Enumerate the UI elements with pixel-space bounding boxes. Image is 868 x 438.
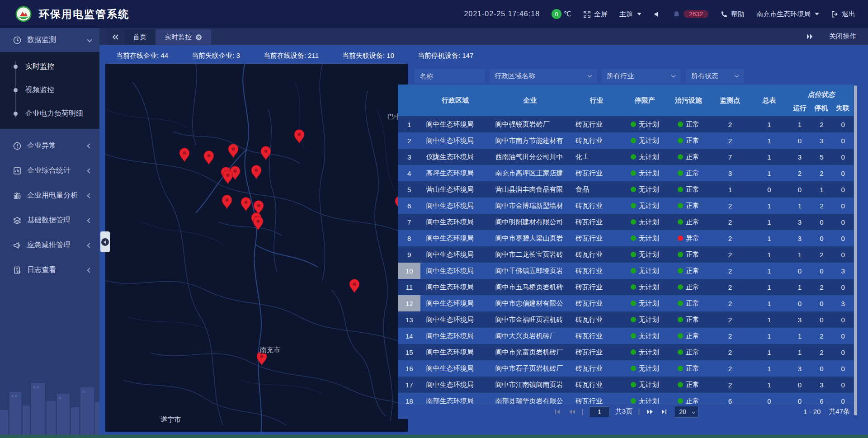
tab-bar: 首页 实时监控 关闭操作	[99, 28, 868, 45]
region-cell: 阆中生态环境局	[420, 198, 490, 214]
first-page-button[interactable]	[553, 408, 562, 415]
map-collapse-handle[interactable]	[100, 231, 110, 252]
sidebar-item-video-monitoring[interactable]: 视频监控	[0, 78, 99, 102]
company-cell: 阆中市光富页岩机砖厂	[490, 344, 570, 360]
facility-dot	[678, 398, 683, 404]
production-stop-cell: 无计划	[623, 214, 667, 230]
table-row[interactable]: 3 仪陇生态环境局 西南油气田分公司川中 化工 无计划 正常 7 1 3 5 0	[398, 149, 854, 165]
map-city-label: 遂宁市	[160, 415, 181, 423]
table-row[interactable]: 7 阆中生态环境局 阆中明阳建材有限公司 砖瓦行业 无计划 正常 2 1 3 0…	[398, 214, 854, 230]
page-size-select[interactable]: 20	[674, 406, 698, 418]
industry-filter-select[interactable]: 所有行业	[601, 69, 680, 83]
sidebar-item-electricity-analysis[interactable]: 企业用电量分析	[0, 183, 99, 208]
region-cell: 阆中生态环境局	[420, 263, 490, 279]
production-stop-cell: 无计划	[623, 377, 667, 393]
notification-count-badge: 2632	[684, 10, 708, 18]
sidebar-item-power-load-detail[interactable]: 企业电力负荷明细	[0, 102, 99, 125]
pollution-facility-cell: 异常	[667, 230, 711, 246]
table-row[interactable]: 4 高坪生态环境局 南充市高坪区王家店建 砖瓦行业 无计划 正常 3 1 2 2…	[398, 165, 854, 181]
stopped-count-cell: 2	[811, 246, 832, 263]
industry-cell: 砖瓦行业	[570, 230, 623, 246]
chevron-down-icon	[671, 73, 676, 78]
status-dot-icon	[631, 398, 636, 404]
double-arrow-right-icon[interactable]	[806, 33, 814, 40]
table-row[interactable]: 10 阆中生态环境局 阆中千佛镇五郎垭页岩 砖瓦行业 无计划 正常 2 1 0 …	[398, 263, 854, 279]
company-cell: 南充市高坪区王家店建	[490, 165, 570, 181]
tab-realtime-monitoring[interactable]: 实时监控	[156, 29, 211, 45]
user-dropdown[interactable]: 南充市生态环境局	[756, 10, 819, 19]
row-index-cell: 12	[398, 295, 420, 311]
sidebar-item-data-monitoring[interactable]: 数据监测	[0, 28, 99, 52]
chevron-down-icon	[588, 73, 592, 78]
bullet-dot-icon	[14, 65, 18, 69]
scrollbar-thumb[interactable]	[854, 85, 857, 415]
row-index-cell: 9	[398, 246, 420, 263]
table-row[interactable]: 12 阆中生态环境局 阆中市忠信建材有限公 砖瓦行业 无计划 正常 2 1 0 …	[398, 295, 854, 311]
total-meters-cell: 1	[750, 328, 789, 344]
stopped-count-cell: 2	[811, 116, 832, 132]
region-cell: 阆中生态环境局	[420, 214, 490, 230]
table-row[interactable]: 11 阆中生态环境局 阆中市五马桥页岩机砖 砖瓦行业 无计划 正常 2 1 1 …	[398, 279, 854, 295]
sidebar-item-log-view[interactable]: 日志查看	[0, 258, 99, 283]
table-header: 行政区域 企业 行业 停限产 治污设施 监测点 总表 点位状态 运行 停机 失联	[398, 85, 854, 116]
table-row[interactable]: 17 阆中生态环境局 阆中市江南镇阆南页岩 砖瓦行业 无计划 正常 2 1 0 …	[398, 377, 854, 393]
facility-dot	[678, 252, 683, 257]
industry-cell: 砖瓦行业	[570, 328, 623, 344]
table-row[interactable]: 2 阆中生态环境局 阆中市南方节能建材有 砖瓦行业 无计划 正常 2 1 0 3…	[398, 132, 854, 149]
theme-dropdown[interactable]: 主题	[619, 10, 642, 19]
region-filter-select[interactable]: 行政区域名称	[489, 69, 597, 83]
sidebar-item-enterprise-abnormal[interactable]: 企业异常	[0, 133, 99, 158]
logout-button[interactable]: 退出	[831, 10, 855, 19]
row-index-cell: 11	[398, 279, 420, 295]
company-cell: 阆中市金福旺页岩机砖	[490, 311, 570, 328]
close-operations-button[interactable]: 关闭操作	[829, 32, 856, 41]
company-cell: 阆中强锐页岩砖厂	[490, 116, 570, 132]
table-row[interactable]: 16 阆中生态环境局 阆中市石子页岩机砖厂 砖瓦行业 无计划 正常 2 1 3 …	[398, 360, 854, 377]
sidebar-item-enterprise-statistics[interactable]: 企业综合统计	[0, 158, 99, 183]
region-cell: 仪陇生态环境局	[420, 149, 490, 165]
table-row[interactable]: 5 营山生态环境局 营山县润丰肉食品有限 食品 无计划 正常 1 0 0 1 0	[398, 181, 854, 198]
pollution-facility-cell: 正常	[667, 377, 711, 393]
table-row[interactable]: 14 阆中生态环境局 阆中大兴页岩机砖厂 砖瓦行业 无计划 正常 2 1 1 2…	[398, 328, 854, 344]
stopped-count-cell: 3	[811, 377, 832, 393]
lost-count-cell: 0	[833, 328, 854, 344]
close-icon[interactable]	[195, 34, 202, 41]
last-page-button[interactable]	[660, 408, 669, 415]
status-filter-select[interactable]: 所有状态	[686, 69, 744, 83]
stopped-count-cell: 0	[811, 311, 832, 328]
table-row[interactable]: 15 阆中生态环境局 阆中市光富页岩机砖厂 砖瓦行业 无计划 正常 2 1 1 …	[398, 344, 854, 360]
sidebar-item-base-data-management[interactable]: 基础数据管理	[0, 208, 99, 233]
table-row[interactable]: 13 阆中生态环境局 阆中市金福旺页岩机砖 砖瓦行业 无计划 正常 2 1 3 …	[398, 311, 854, 328]
sidebar-item-emergency-reduction[interactable]: 应急减排管理	[0, 233, 99, 258]
table-row[interactable]: 1 阆中生态环境局 阆中强锐页岩砖厂 砖瓦行业 无计划 正常 2 1 1 2 0	[398, 116, 854, 132]
help-button[interactable]: 帮助	[720, 10, 745, 19]
running-count-cell: 0	[789, 263, 811, 279]
region-cell: 阆中生态环境局	[420, 360, 490, 377]
chevron-left-icon	[87, 143, 92, 148]
map-canvas[interactable]: 巴中市南充市遂宁市	[105, 64, 408, 432]
total-meters-cell: 1	[750, 279, 789, 295]
total-meters-cell: 1	[750, 198, 789, 214]
next-page-button[interactable]	[645, 408, 654, 415]
table-row[interactable]: 8 阆中生态环境局 阆中市枣碧大梁山页岩 砖瓦行业 无计划 异常 2 1 3 0…	[398, 230, 854, 246]
total-meters-cell: 1	[750, 230, 789, 246]
table-row[interactable]: 6 阆中生态环境局 阆中市金博瑞新型墙材 砖瓦行业 无计划 正常 2 1 1 2…	[398, 198, 854, 214]
fullscreen-button[interactable]: 全屏	[583, 10, 608, 19]
row-index-cell: 7	[398, 214, 420, 230]
monitor-points-cell: 2	[710, 116, 750, 132]
chevron-left-icon	[87, 268, 92, 273]
sidebar-item-realtime-monitoring[interactable]: 实时监控	[0, 55, 99, 78]
mute-button[interactable]	[653, 10, 661, 18]
name-filter-input[interactable]	[414, 69, 485, 83]
tab-home[interactable]: 首页	[124, 29, 156, 45]
map-panel[interactable]: 巴中市南充市遂宁市	[105, 64, 408, 432]
table-row[interactable]: 9 阆中生态环境局 阆中市二龙长宝页岩砖 砖瓦行业 无计划 正常 2 1 1 2…	[398, 246, 854, 263]
tabs-scroll-left-button[interactable]	[108, 29, 123, 45]
page-number-input[interactable]	[589, 406, 610, 417]
stat-offline-devices: 当前失联设备: 10	[342, 52, 394, 60]
row-index-cell: 14	[398, 328, 420, 344]
notifications[interactable]: 2632	[673, 10, 708, 18]
column-header-industry: 行业	[570, 85, 623, 116]
industry-cell: 砖瓦行业	[570, 344, 623, 360]
prev-page-button[interactable]	[567, 408, 576, 415]
